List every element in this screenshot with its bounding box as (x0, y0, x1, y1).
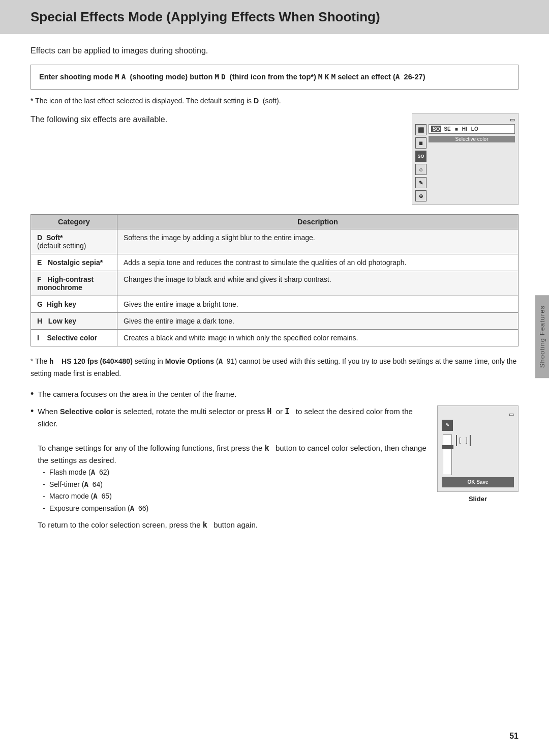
sub-bullet-flash: - Flash mode (A 62) (43, 467, 427, 479)
bar-item-se: SE (442, 126, 452, 132)
ok-save-bar: OK Save (442, 477, 514, 487)
instruction-box: Enter shooting mode M A (shooting mode) … (30, 65, 518, 90)
cat-highkey: G High key (31, 296, 117, 313)
bullet-dot-1: • (30, 389, 34, 398)
desc-sepia: Adds a sepia tone and reduces the contra… (117, 254, 518, 271)
instruction-text: Enter shooting mode M A (shooting mode) … (39, 73, 425, 81)
footnote-default: * The icon of the last effect selected i… (30, 97, 518, 105)
table-row: F High-contrast monochrome Changes the i… (31, 271, 518, 296)
effects-section: The following six effects are available.… (30, 113, 518, 205)
bar-item-lo: LO (470, 126, 480, 132)
col-category: Category (31, 215, 117, 229)
sub-bullet-macro: - Macro mode (A 65) (43, 490, 427, 503)
cam-icon-face: ☺ (415, 164, 426, 175)
cat-sepia: E Nostalgic sepia* (31, 254, 117, 271)
cam-icon-edit: ✎ (415, 177, 426, 188)
slider-battery: ▭ (442, 410, 514, 419)
table-row: G High key Gives the entire image a brig… (31, 296, 518, 313)
flash-mode-text: Flash mode (A 62) (49, 467, 109, 479)
focus-note: The camera focuses on the area in the ce… (38, 388, 518, 400)
camera-ui-box: ▭ ⬛ ▦ SO ☺ ✎ ⊕ SO SE ■ HI LO (412, 113, 518, 205)
battery-icon: ▭ (510, 117, 515, 123)
bracket-label: [ ] (456, 435, 471, 446)
save-label: Save (476, 479, 488, 485)
slider-track-container (442, 432, 453, 477)
battery-indicator: ▭ (415, 117, 515, 123)
page-number: 51 (509, 732, 518, 741)
slider-icon-pencil: ✎ (442, 420, 453, 431)
bar-item-hi: HI (461, 126, 469, 132)
selective-color-content: When Selective color is selected, rotate… (38, 405, 518, 531)
camera-ui-right-area: SO SE ■ HI LO Selective color (429, 124, 515, 201)
slider-handle (442, 445, 453, 449)
page-title-banner: Special Effects Mode (Applying Effects W… (30, 0, 518, 34)
cam-icon-photo: ⬛ (415, 124, 426, 135)
cat-lowkey: H Low key (31, 313, 117, 330)
bottom-section: When Selective color is selected, rotate… (38, 405, 518, 531)
desc-soft: Softens the image by adding a slight blu… (117, 229, 518, 254)
self-timer-text: Self-timer (A 64) (49, 479, 103, 491)
slider-inner-layout: ✎ [ ] (442, 420, 514, 477)
desc-mono: Changes the image to black and white and… (117, 271, 518, 296)
slider-section: ▭ ✎ (437, 405, 518, 505)
bullet-selective-color: • When Selective color is selected, rota… (30, 405, 518, 531)
return-note: To return to the color selection screen,… (38, 519, 427, 531)
table-row: E Nostalgic sepia* Adds a sepia tone and… (31, 254, 518, 271)
slider-bracket-area: [ ] (456, 420, 471, 446)
cam-icon-target: ⊕ (415, 190, 426, 201)
camera-ui-main: ⬛ ▦ SO ☺ ✎ ⊕ SO SE ■ HI LO Selective col (415, 124, 515, 201)
cat-mono: F High-contrast monochrome (31, 271, 117, 296)
slider-track (443, 434, 452, 475)
bullet-focus: • The camera focuses on the area in the … (30, 388, 518, 400)
sidebar-label: Shooting Features (535, 295, 549, 378)
table-row: I Selective color Creates a black and wh… (31, 330, 518, 346)
desc-lowkey: Gives the entire image a dark tone. (117, 313, 518, 330)
table-row: D Soft*(default setting) Softens the ima… (31, 229, 518, 254)
slider-box: ▭ ✎ (437, 405, 518, 492)
page-title: Special Effects Mode (Applying Effects W… (0, 0, 549, 34)
bullet-dot-2: • (30, 406, 34, 416)
sub-bullet-timer: - Self-timer (A 64) (43, 479, 427, 491)
cam-icon-grid: ▦ (415, 137, 426, 149)
effects-table: Category Description D Soft*(default set… (30, 214, 518, 346)
cam-icon-so: SO (415, 151, 426, 162)
col-description: Description (117, 215, 518, 229)
desc-selective: Creates a black and white image in which… (117, 330, 518, 346)
bar-item-so: SO (431, 126, 441, 132)
bar-item-mono: ■ (453, 126, 460, 132)
slider-battery-icon: ▭ (509, 410, 514, 419)
effects-intro: The following six effects are available. (30, 113, 402, 124)
sub-bullets: - Flash mode (A 62) - Self-timer (A 64) … (43, 467, 427, 515)
desc-highkey: Gives the entire image a bright tone. (117, 296, 518, 313)
bullet-section: • The camera focuses on the area in the … (30, 388, 518, 531)
sub-bullet-exposure: - Exposure compensation (A 66) (43, 503, 427, 515)
ok-icon: OK (467, 479, 475, 485)
effects-bar: SO SE ■ HI LO (429, 124, 515, 134)
cat-selective: I Selective color (31, 330, 117, 346)
selective-color-label: Selective color (429, 136, 515, 142)
macro-mode-text: Macro mode (A 65) (49, 490, 112, 503)
subtitle: Effects can be applied to images during … (30, 46, 518, 55)
bottom-text: When Selective color is selected, rotate… (38, 405, 427, 531)
slider-label: Slider (469, 494, 487, 505)
camera-ui-left-col: ⬛ ▦ SO ☺ ✎ ⊕ (415, 124, 426, 201)
hs-note: * The h HS 120 fps (640×480) setting in … (30, 356, 518, 380)
slider-left-icons: ✎ (442, 420, 453, 477)
cat-soft: D Soft*(default setting) (31, 229, 117, 254)
table-row: H Low key Gives the entire image a dark … (31, 313, 518, 330)
exposure-text: Exposure compensation (A 66) (49, 503, 148, 515)
